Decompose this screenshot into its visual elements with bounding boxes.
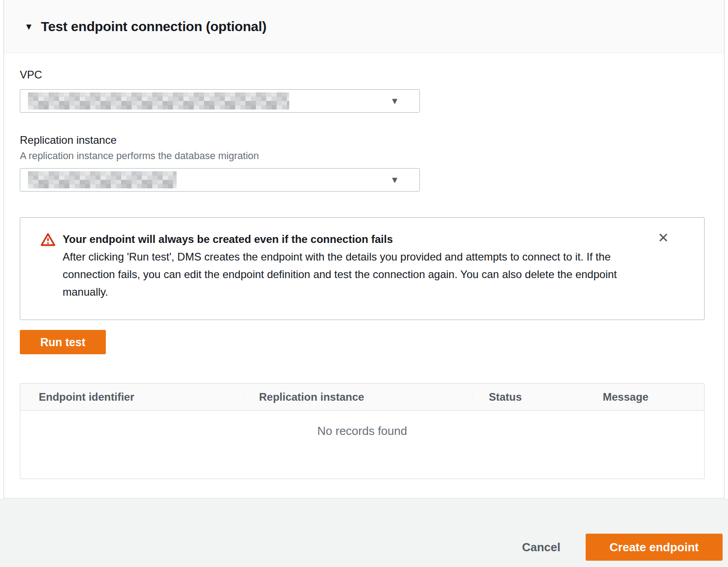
create-endpoint-button[interactable]: Create endpoint <box>586 534 723 561</box>
table-header-message: Message <box>587 391 704 403</box>
footer-actions: Cancel Create endpoint <box>0 498 728 567</box>
replication-instance-description: A replication instance performs the data… <box>20 150 708 162</box>
test-endpoint-connection-panel: ▼ Test endpoint connection (optional) VP… <box>4 0 724 498</box>
close-icon: ✕ <box>658 230 669 245</box>
alert-close-button[interactable]: ✕ <box>658 231 669 245</box>
table-header-replication-instance: Replication instance <box>243 391 473 403</box>
replication-instance-select[interactable]: ▼ <box>20 168 420 192</box>
vpc-selected-value-redacted <box>28 92 289 110</box>
table-empty-state: No records found <box>20 411 704 479</box>
caret-down-icon: ▼ <box>24 22 33 31</box>
section-body: VPC ▼ Replication instance A replication… <box>4 53 724 498</box>
warning-body: After clicking 'Run test', DMS creates t… <box>63 248 649 301</box>
chevron-down-icon: ▼ <box>390 175 399 184</box>
replication-instance-selected-value-redacted <box>28 171 177 188</box>
vpc-label: VPC <box>20 69 708 81</box>
warning-title: Your endpoint will always be created eve… <box>63 230 649 248</box>
run-test-button[interactable]: Run test <box>20 330 106 354</box>
table-header-endpoint-identifier: Endpoint identifier <box>20 391 243 403</box>
empty-state-text: No records found <box>317 424 407 438</box>
table-header-status: Status <box>473 391 587 403</box>
warning-alert: Your endpoint will always be created eve… <box>20 217 705 320</box>
replication-instance-label: Replication instance <box>20 134 708 146</box>
section-title: Test endpoint connection (optional) <box>41 19 267 34</box>
table-header-row: Endpoint identifier Replication instance… <box>20 384 704 411</box>
warning-content: Your endpoint will always be created eve… <box>63 230 649 301</box>
cancel-button[interactable]: Cancel <box>522 534 560 561</box>
test-results-table: Endpoint identifier Replication instance… <box>20 383 705 479</box>
vpc-select[interactable]: ▼ <box>20 89 420 113</box>
warning-icon <box>41 233 55 247</box>
section-header-test-endpoint-connection[interactable]: ▼ Test endpoint connection (optional) <box>4 0 724 53</box>
chevron-down-icon: ▼ <box>390 96 399 105</box>
